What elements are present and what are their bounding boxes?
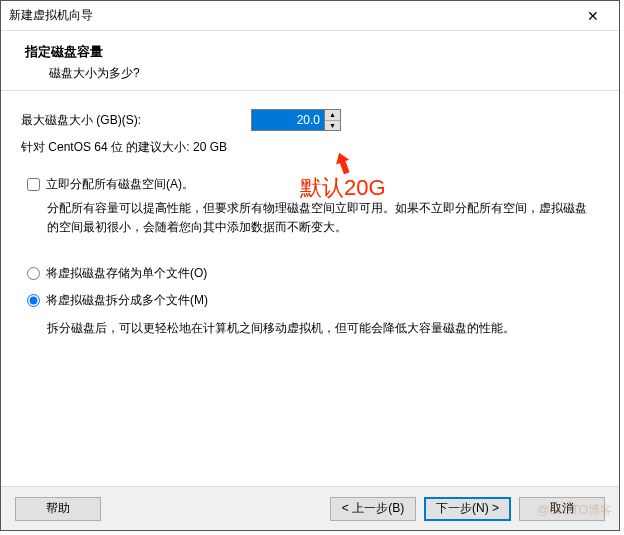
- spinner-down-button[interactable]: ▼: [325, 121, 340, 131]
- storage-single-radio[interactable]: [27, 267, 40, 280]
- wizard-header: 指定磁盘容量 磁盘大小为多少?: [1, 31, 619, 91]
- window-title: 新建虚拟机向导: [9, 7, 93, 24]
- storage-single-row: 将虚拟磁盘存储为单个文件(O): [27, 265, 595, 282]
- storage-split-desc: 拆分磁盘后，可以更轻松地在计算机之间移动虚拟机，但可能会降低大容量磁盘的性能。: [47, 319, 595, 338]
- close-icon: ✕: [587, 8, 599, 24]
- spinner-buttons: ▲ ▼: [324, 110, 340, 130]
- wizard-window: 新建虚拟机向导 ✕ 指定磁盘容量 磁盘大小为多少? 最大磁盘大小 (GB)(S)…: [0, 0, 620, 531]
- spinner-up-button[interactable]: ▲: [325, 110, 340, 121]
- wizard-footer: 帮助 < 上一步(B) 下一步(N) > 取消: [1, 486, 619, 530]
- storage-split-label: 将虚拟磁盘拆分成多个文件(M): [46, 292, 208, 309]
- wizard-content: 最大磁盘大小 (GB)(S): ▲ ▼ 针对 CentOS 64 位 的建议大小…: [1, 91, 619, 486]
- allocate-checkbox[interactable]: [27, 178, 40, 191]
- cancel-button[interactable]: 取消: [519, 497, 605, 521]
- chevron-up-icon: ▲: [329, 111, 336, 118]
- disk-size-row: 最大磁盘大小 (GB)(S): ▲ ▼: [21, 109, 595, 131]
- storage-single-label: 将虚拟磁盘存储为单个文件(O): [46, 265, 207, 282]
- footer-right: < 上一步(B) 下一步(N) > 取消: [330, 497, 605, 521]
- disk-size-input[interactable]: [252, 110, 324, 130]
- titlebar: 新建虚拟机向导 ✕: [1, 1, 619, 31]
- disk-size-spinner: ▲ ▼: [251, 109, 341, 131]
- allocate-checkbox-row: 立即分配所有磁盘空间(A)。: [27, 176, 595, 193]
- disk-size-label: 最大磁盘大小 (GB)(S):: [21, 112, 251, 129]
- close-button[interactable]: ✕: [575, 4, 611, 28]
- header-title: 指定磁盘容量: [25, 43, 595, 61]
- recommend-text: 针对 CentOS 64 位 的建议大小: 20 GB: [21, 139, 595, 156]
- storage-split-radio[interactable]: [27, 294, 40, 307]
- next-button[interactable]: 下一步(N) >: [424, 497, 511, 521]
- header-subtitle: 磁盘大小为多少?: [25, 65, 595, 82]
- storage-split-row: 将虚拟磁盘拆分成多个文件(M): [27, 292, 595, 309]
- back-button[interactable]: < 上一步(B): [330, 497, 416, 521]
- allocate-label: 立即分配所有磁盘空间(A)。: [46, 176, 194, 193]
- help-button[interactable]: 帮助: [15, 497, 101, 521]
- allocate-desc: 分配所有容量可以提高性能，但要求所有物理磁盘空间立即可用。如果不立即分配所有空间…: [47, 199, 595, 237]
- chevron-down-icon: ▼: [329, 122, 336, 129]
